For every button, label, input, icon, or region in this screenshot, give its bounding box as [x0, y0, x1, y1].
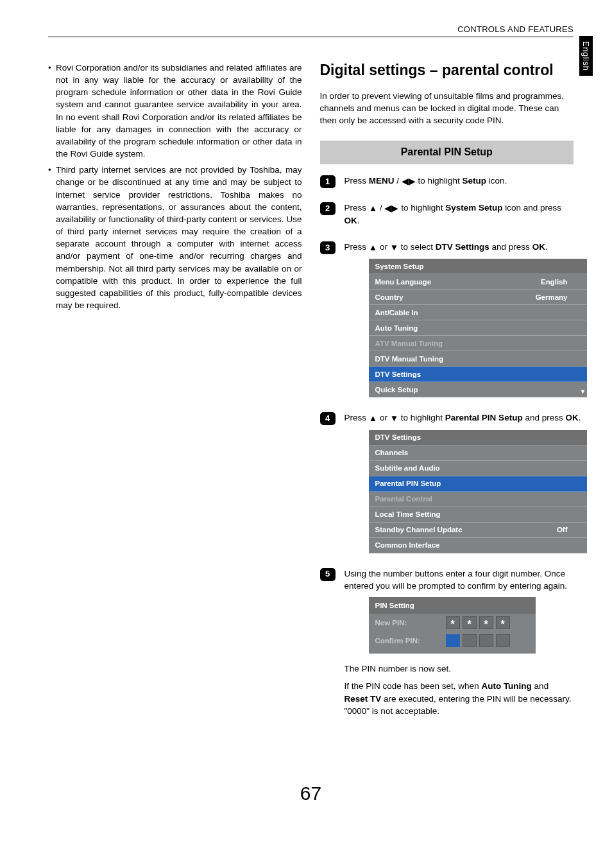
- osd-row: Parental Control: [369, 492, 587, 507]
- osd-row-label: Subtitle and Audio: [375, 463, 581, 473]
- osd-row: Menu LanguageEnglish: [369, 274, 587, 290]
- pin-digit: [496, 616, 510, 629]
- osd-row-label: Auto Tuning: [375, 323, 581, 333]
- page-title: Digital settings – parental control: [320, 62, 574, 80]
- osd-row: Channels: [369, 446, 587, 461]
- osd-row-value: English: [541, 277, 581, 287]
- step-5: 5 Using the number buttons enter a four …: [320, 568, 574, 722]
- header-section: CONTROLS AND FEATURES: [48, 24, 574, 37]
- step-number-icon: 4: [320, 412, 336, 425]
- osd-row: Common Interface: [369, 538, 587, 553]
- step-5-note: If the PIN code has been set, when Auto …: [344, 680, 574, 716]
- pin-digit: [446, 634, 460, 647]
- osd-row: Standby Channel UpdateOff: [369, 523, 587, 538]
- pin-new-row: New PIN:: [369, 614, 536, 632]
- step-3: 3 Press ▲ or ▼ to select DTV Settings an…: [320, 241, 574, 403]
- osd-row: Local Time Setting: [369, 507, 587, 523]
- step-1-text: Press MENU / ◀▶ to highlight Setup icon.: [344, 175, 574, 187]
- osd-row-label: Parental PIN Setup: [375, 478, 581, 489]
- up-arrow-icon: ▲: [369, 412, 377, 424]
- osd-row-label: Quick Setup: [375, 385, 581, 395]
- osd-row-label: DTV Manual Tuning: [375, 354, 581, 364]
- osd-row-label: Channels: [375, 447, 581, 458]
- disclaimer-item: Third party internet services are not pr…: [48, 164, 302, 311]
- osd-row: Parental PIN Setup: [369, 476, 587, 492]
- osd-row-label: Common Interface: [375, 540, 581, 550]
- step-number-icon: 2: [320, 202, 336, 215]
- osd-row-label: Standby Channel Update: [375, 525, 557, 535]
- osd-row-label: Country: [375, 292, 536, 302]
- step-number-icon: 5: [320, 568, 336, 581]
- disclaimer-item: Rovi Corporation and/or its subsidiaries…: [48, 62, 302, 160]
- section-heading: Parental PIN Setup: [320, 141, 574, 164]
- osd-row: Subtitle and Audio: [369, 461, 587, 476]
- step-number-icon: 3: [320, 241, 336, 254]
- osd-row-label: Parental Control: [375, 494, 581, 504]
- pin-digit: [463, 616, 477, 629]
- osd-row: Quick Setup: [369, 382, 587, 397]
- step-3-text: Press ▲ or ▼ to select DTV Settings and …: [344, 241, 587, 254]
- osd-row: CountryGermany: [369, 290, 587, 305]
- osd-system-setup: System Setup Menu LanguageEnglishCountry…: [369, 259, 587, 397]
- down-arrow-icon: ▼: [390, 412, 398, 424]
- up-arrow-icon: ▲: [369, 241, 377, 254]
- step-number-icon: 1: [320, 175, 336, 188]
- step-2: 2 Press ▲ / ◀▶ to highlight System Setup…: [320, 202, 574, 232]
- pin-digit: [496, 634, 510, 647]
- osd-pin-setting: PIN Setting New PIN: Confirm PIN:: [369, 597, 536, 654]
- step-1: 1 Press MENU / ◀▶ to highlight Setup ico…: [320, 175, 574, 193]
- osd-row-label: DTV Settings: [375, 369, 581, 379]
- osd-row-label: Menu Language: [375, 277, 541, 287]
- disclaimer-list: Rovi Corporation and/or its subsidiaries…: [48, 62, 302, 311]
- step-5-text: Using the number buttons enter a four di…: [344, 568, 574, 592]
- osd-title: PIN Setting: [369, 597, 536, 614]
- step-2-text: Press ▲ / ◀▶ to highlight System Setup i…: [344, 202, 574, 227]
- page-number: 67: [48, 783, 574, 804]
- osd-title: System Setup: [369, 259, 587, 274]
- osd-row: Ant/Cable In: [369, 305, 587, 320]
- pin-confirm-row: Confirm PIN:: [369, 632, 536, 650]
- up-arrow-icon: ▲: [369, 202, 377, 214]
- step-4: 4 Press ▲ or ▼ to highlight Parental PIN…: [320, 412, 574, 558]
- left-right-arrow-icon: ◀▶: [384, 202, 398, 214]
- osd-row-value: Off: [557, 525, 581, 535]
- osd-row-label: ATV Manual Tuning: [375, 338, 581, 349]
- pin-digit: [463, 634, 477, 647]
- osd-row: DTV Manual Tuning: [369, 351, 587, 367]
- pin-digit: [479, 616, 493, 629]
- pin-digit: [479, 634, 493, 647]
- step-4-text: Press ▲ or ▼ to highlight Parental PIN S…: [344, 412, 587, 424]
- intro-paragraph: In order to prevent viewing of unsuitabl…: [320, 90, 574, 126]
- pin-digit: [446, 616, 460, 629]
- step-5-after: The PIN number is now set.: [344, 663, 574, 675]
- down-arrow-icon: ▼: [390, 241, 398, 254]
- osd-title: DTV Settings: [369, 430, 587, 446]
- osd-row-label: Ant/Cable In: [375, 308, 581, 318]
- left-right-arrow-icon: ◀▶: [402, 175, 416, 187]
- osd-row: DTV Settings: [369, 367, 587, 382]
- osd-dtv-settings: DTV Settings ChannelsSubtitle and AudioP…: [369, 430, 587, 553]
- osd-row: ATV Manual Tuning: [369, 336, 587, 351]
- osd-row: Auto Tuning: [369, 320, 587, 336]
- osd-row-value: Germany: [536, 292, 581, 302]
- language-tab: English: [579, 36, 593, 76]
- osd-row-label: Local Time Setting: [375, 509, 581, 519]
